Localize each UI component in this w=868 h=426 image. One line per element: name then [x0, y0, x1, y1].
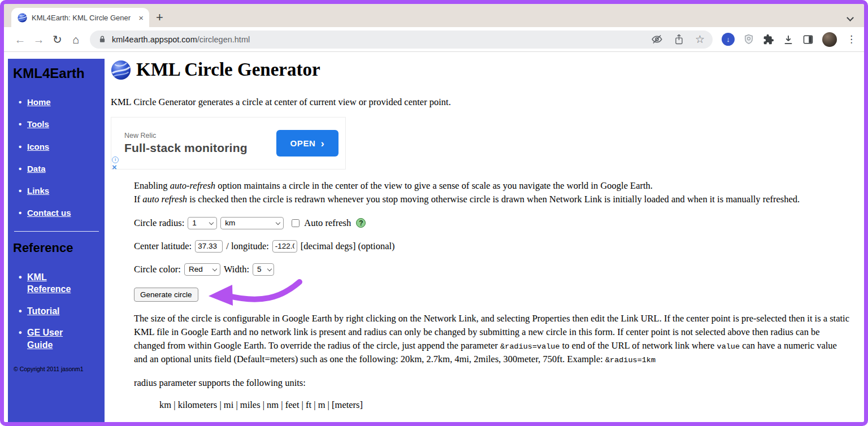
ad-brand: New Relic: [124, 132, 248, 140]
side-panel-icon[interactable]: [802, 34, 814, 45]
ad-close-icon[interactable]: ×: [112, 163, 117, 171]
google-earth-globe-icon: [111, 60, 131, 80]
sidebar-divider: [14, 231, 99, 232]
sidebar-nav-item: Links: [18, 185, 100, 197]
sidebar-nav-item: GE User Guide: [18, 327, 75, 351]
sidebar-link[interactable]: Home: [27, 97, 51, 107]
size-paragraph: The size of the circle is configurable i…: [134, 312, 852, 367]
ad-open-chevron-icon: ›: [320, 138, 324, 149]
units-intro-paragraph: radius parameter supports the following …: [134, 376, 852, 390]
sidebar-link[interactable]: Data: [27, 164, 46, 173]
generate-row: Generate circle: [134, 288, 852, 302]
sidebar-nav: HomeToolsIconsDataLinksContact us: [18, 97, 100, 219]
main-content: KML Circle Generator KML Circle Generato…: [107, 52, 864, 422]
sidebar-link[interactable]: Links: [27, 186, 49, 195]
generate-circle-button[interactable]: Generate circle: [134, 288, 198, 302]
browser-window: KML4Earth: KML Circle Gener × + ← → ↻ ⌂ …: [0, 0, 868, 426]
url-text: kml4earth.appspot.com/circlegen.html: [112, 35, 250, 44]
shield-extension-icon[interactable]: [743, 33, 754, 45]
ad-copy: New Relic Full-stack monitoring: [124, 132, 248, 155]
bookmark-star-icon[interactable]: ☆: [695, 34, 705, 45]
sidebar: KML4Earth HomeToolsIconsDataLinksContact…: [8, 59, 105, 422]
sidebar-reference-nav: KML ReferenceTutorialGE User Guide: [18, 271, 100, 351]
radius-row: Circle radius: 1 km Auto refresh ?: [134, 216, 852, 230]
tab-favicon-globe-icon: [18, 13, 27, 23]
center-row: Center latitude: / longitude: [decimal d…: [134, 240, 852, 253]
page-title: KML Circle Generator: [136, 59, 320, 80]
sidebar-link[interactable]: Icons: [27, 142, 49, 151]
sidebar-nav-item: Data: [18, 163, 100, 175]
profile-avatar[interactable]: [822, 32, 837, 47]
sidebar-nav-item: Home: [18, 97, 100, 108]
browser-menu-icon[interactable]: ⋮: [845, 33, 856, 45]
sidebar-nav-item: Tutorial: [18, 305, 75, 318]
color-select[interactable]: Red: [184, 263, 220, 276]
ad-headline: Full-stack monitoring: [124, 141, 248, 155]
sidebar-nav-item: Contact us: [18, 207, 100, 219]
radius-select[interactable]: 1: [188, 217, 217, 229]
latitude-input[interactable]: [195, 240, 223, 253]
units-list: km | kilometers | mi | miles | nm | feet…: [159, 399, 852, 411]
auto-refresh-checkbox[interactable]: [292, 219, 300, 227]
sidebar-link[interactable]: Tutorial: [27, 306, 59, 316]
color-row: Circle color: Red Width: 5: [134, 263, 852, 276]
units-select[interactable]: km: [220, 217, 284, 229]
help-question-icon[interactable]: ?: [356, 218, 366, 228]
reload-button[interactable]: ↻: [48, 34, 67, 45]
back-button[interactable]: ←: [11, 34, 29, 45]
site-title: KML4Earth: [13, 66, 100, 81]
reference-heading: Reference: [13, 241, 100, 255]
tab-title: KML4Earth: KML Circle Gener: [32, 14, 133, 22]
color-label: Circle color:: [134, 264, 181, 275]
tab-strip: KML4Earth: KML Circle Gener × +: [4, 4, 864, 27]
radius-label: Circle radius:: [134, 218, 184, 229]
eye-blocked-icon[interactable]: [651, 33, 663, 45]
download-extension-icon[interactable]: ↓: [722, 33, 735, 46]
sidebar-nav-item: Tools: [18, 119, 100, 130]
auto-refresh-label: Auto refresh: [304, 218, 351, 229]
sidebar-link[interactable]: GE User Guide: [27, 328, 63, 350]
longitude-input[interactable]: [272, 240, 297, 253]
annotation-arrow: [206, 277, 303, 310]
share-icon[interactable]: [674, 33, 684, 45]
sidebar-link[interactable]: Contact us: [27, 208, 71, 218]
browser-tab[interactable]: KML4Earth: KML Circle Gener ×: [11, 8, 149, 27]
autorefresh-paragraph: Enabling auto-refresh option maintains a…: [134, 179, 852, 207]
intro-paragraph: KML Circle Generator generates a circle …: [111, 97, 852, 108]
ad-controls: i ×: [112, 157, 119, 171]
ad-banner[interactable]: New Relic Full-stack monitoring OPEN› i …: [111, 117, 346, 169]
sidebar-link[interactable]: KML Reference: [27, 272, 71, 294]
page-viewport: KML4Earth HomeToolsIconsDataLinksContact…: [4, 52, 864, 422]
browser-toolbar: ← → ↻ ⌂ kml4earth.appspot.com/circlegen.…: [4, 27, 864, 52]
sidebar-link[interactable]: Tools: [27, 119, 49, 129]
extensions-puzzle-icon[interactable]: [763, 34, 774, 45]
width-select[interactable]: 5: [253, 263, 274, 276]
longitude-label: / longitude:: [226, 241, 269, 252]
lock-icon: [98, 35, 106, 44]
extensions-area: ↓ ⋮: [719, 32, 858, 47]
tab-search-chevron-icon[interactable]: [847, 14, 854, 21]
latitude-label: Center latitude:: [134, 241, 192, 252]
sidebar-nav-item: Icons: [18, 141, 100, 153]
address-bar[interactable]: kml4earth.appspot.com/circlegen.html ☆: [90, 31, 713, 49]
forward-button[interactable]: →: [29, 34, 48, 45]
new-tab-button[interactable]: +: [156, 12, 163, 23]
ad-open-button[interactable]: OPEN›: [276, 130, 338, 157]
page-header: KML Circle Generator: [111, 59, 852, 80]
width-label: Width:: [224, 264, 249, 275]
sidebar-nav-item: KML Reference: [18, 271, 75, 295]
home-button[interactable]: ⌂: [67, 34, 85, 45]
copyright-text: © Copyright 2011 jasonm1: [14, 366, 100, 372]
decimal-degs-label: [decimal degs] (optional): [301, 241, 395, 252]
tab-close-icon[interactable]: ×: [137, 14, 145, 22]
downloads-icon[interactable]: [783, 34, 794, 45]
